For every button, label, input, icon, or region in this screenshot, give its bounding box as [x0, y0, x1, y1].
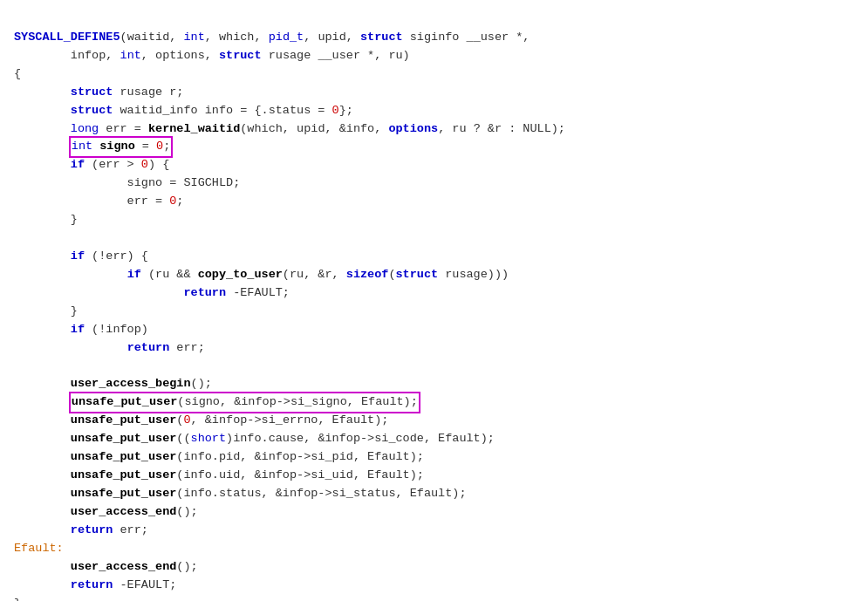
highlight-unsafe-put: unsafe_put_user(signo, &infop->si_signo,… — [71, 393, 419, 412]
highlight-signo-decl: int signo = 0; — [71, 138, 171, 156]
code-viewer: SYSCALL_DEFINE5(waitid, int, which, pid_… — [14, 10, 854, 601]
macro-name: SYSCALL_DEFINE5 — [14, 31, 120, 44]
